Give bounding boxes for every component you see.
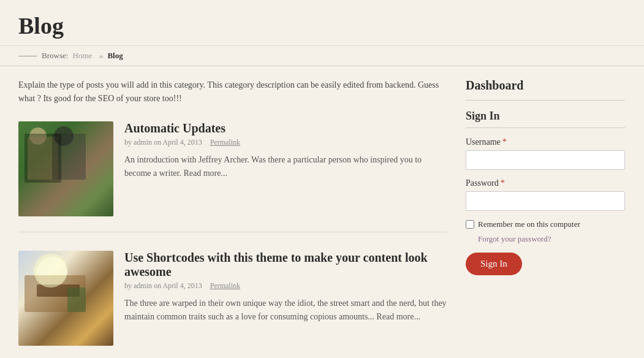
password-label: Password*: [466, 178, 625, 188]
sidebar-title: Dashboard: [466, 78, 625, 93]
post-info: Use Shortcodes with this theme to make y…: [124, 251, 447, 346]
breadcrumb: Browse: Home » Blog: [0, 46, 644, 66]
signin-button[interactable]: Sign In: [466, 253, 522, 275]
post-title[interactable]: Automatic Updates: [124, 121, 447, 135]
breadcrumb-prefix: Browse:: [42, 51, 68, 61]
username-group: Username*: [466, 137, 625, 170]
post-meta: by admin on April 4, 2013 Permalink: [124, 281, 447, 291]
page-header: Blog: [0, 0, 644, 46]
page-wrapper: Blog Browse: Home » Blog Explain the typ…: [0, 0, 644, 358]
post-thumbnail-image: [18, 251, 113, 346]
post-permalink[interactable]: Permalink: [210, 281, 240, 290]
breadcrumb-current: Blog: [107, 51, 123, 61]
post-meta: by admin on April 4, 2013 Permalink: [124, 138, 447, 147]
breadcrumb-separator: »: [97, 51, 105, 61]
sidebar-divider: [466, 100, 625, 101]
post-author: admin: [134, 281, 152, 290]
sidebar: Dashboard Sign In Username* Password*: [466, 78, 625, 358]
breadcrumb-home-link[interactable]: Home: [70, 51, 92, 61]
post-info: Automatic Updates by admin on April 4, 2…: [124, 121, 447, 216]
content-area: Explain the type of posts you will add i…: [0, 66, 644, 358]
main-content: Explain the type of posts you will add i…: [18, 78, 447, 358]
post-date: April 4, 2013: [162, 281, 202, 290]
post-title[interactable]: Use Shortcodes with this theme to make y…: [124, 251, 447, 279]
remember-me-label: Remember me on this computer: [478, 219, 580, 229]
post-date: April 4, 2013: [162, 138, 202, 147]
username-input[interactable]: [466, 150, 625, 170]
password-group: Password*: [466, 178, 625, 211]
category-description: Explain the type of posts you will add i…: [18, 78, 447, 106]
post-permalink[interactable]: Permalink: [210, 138, 240, 147]
forgot-password-link[interactable]: Forgot your password?: [478, 234, 625, 244]
post-item: Automatic Updates by admin on April 4, 2…: [18, 121, 447, 232]
post-excerpt: An introduction with Jeffrey Archer. Was…: [124, 153, 447, 181]
breadcrumb-line-icon: [18, 56, 37, 56]
post-thumbnail: [18, 121, 113, 216]
signin-box: Sign In Username* Password* Remember me …: [466, 110, 625, 275]
password-input[interactable]: [466, 191, 625, 211]
post-thumbnail-image: [18, 121, 113, 216]
post-author: admin: [134, 138, 152, 147]
post-thumbnail: [18, 251, 113, 346]
remember-me-row: Remember me on this computer: [466, 219, 625, 229]
username-label: Username*: [466, 137, 625, 147]
post-excerpt: The three are warped in their own unique…: [124, 297, 447, 324]
page-title: Blog: [18, 12, 626, 39]
signin-heading: Sign In: [466, 110, 625, 128]
remember-me-checkbox[interactable]: [466, 220, 474, 229]
post-item: Use Shortcodes with this theme to make y…: [18, 251, 447, 358]
